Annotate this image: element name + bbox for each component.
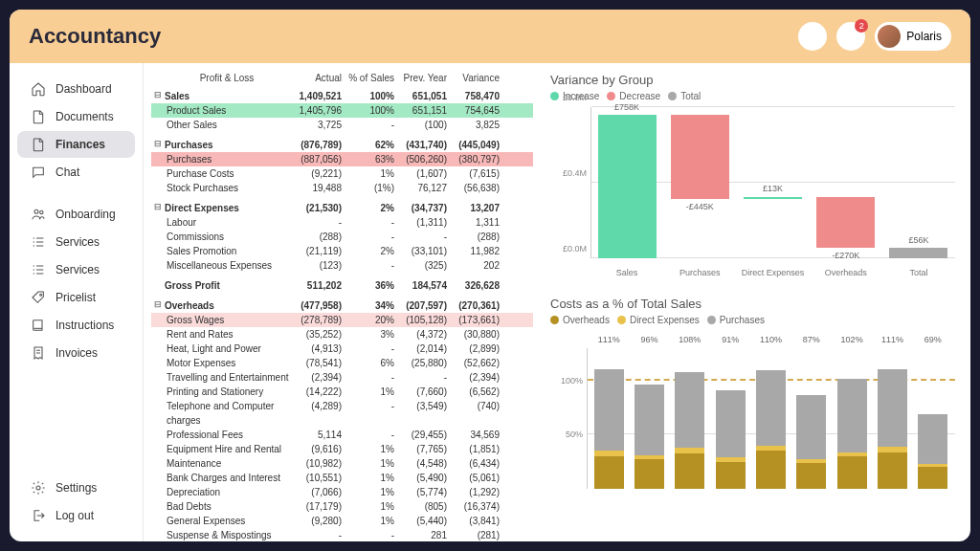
expand-icon [151,385,165,399]
pl-row: Depreciation (7,066) 1% (5,774) (1,292) [151,485,533,499]
cell-actual: (9,221) [289,166,342,181]
cell-actual: (477,958) [289,298,342,313]
cell-prev: 281 [394,528,447,541]
wf-bar [889,248,947,258]
nav-label: Log out [56,509,94,522]
home-icon [31,81,46,97]
wf-x-label: Total [882,268,955,277]
nav-chat[interactable]: Chat [17,159,135,186]
cell-var: (1,851) [447,442,500,456]
pl-row: Labour - - (1,311) 1,311 [151,215,533,230]
pl-body: ⊟ Sales 1,409,521 100% 651,051 758,470 P… [151,89,533,541]
nav-services[interactable]: Services [17,256,135,283]
st-total-label: 111% [876,335,908,344]
row-name: Depreciation [165,485,289,499]
y-tick: £0.8M [550,93,587,102]
cell-prev: - [394,230,447,244]
body: DashboardDocumentsFinancesChatOnboarding… [10,63,970,541]
wf-bar-label: £758K [590,102,663,112]
user-menu[interactable]: Polaris [875,22,951,51]
wf-x-label: Sales [590,268,663,277]
nav-invoices[interactable]: Invoices [17,340,135,366]
cell-pct: 2% [342,244,394,258]
cell-actual: 511,202 [289,278,342,293]
pl-row: Rent and Rates (35,252) 3% (4,372) (30,8… [151,327,533,342]
sidebar-main: DashboardDocumentsFinancesChatOnboarding… [10,75,143,474]
cell-var: (740) [447,399,500,428]
expand-icon[interactable]: ⊟ [151,298,165,313]
st-segment [756,370,786,446]
st-segment [918,467,947,489]
pl-row: Heat, Light and Power (4,913) - (2,014) … [151,342,533,356]
users-icon [31,207,46,222]
add-button[interactable] [798,22,827,51]
expand-icon[interactable]: ⊟ [151,138,165,152]
wf-bar-label: -£270K [810,251,882,260]
cell-prev: (5,490) [394,471,447,485]
cell-prev: (506,260) [394,152,447,166]
nav-log-out[interactable]: Log out [17,502,135,529]
nav-services[interactable]: Services [17,229,135,255]
row-name: Direct Expenses [165,201,289,215]
st-segment [675,448,704,453]
cell-var: (7,615) [447,166,500,181]
pl-row: Bank Charges and Interest (10,551) 1% (5… [151,471,533,485]
st-segment [756,451,786,489]
nav-settings[interactable]: Settings [17,474,135,501]
cell-prev: 651,051 [394,89,447,103]
notifications-button[interactable]: 2 [836,22,865,51]
nav-dashboard[interactable]: Dashboard [17,76,135,102]
nav-finances[interactable]: Finances [17,131,135,158]
cell-actual: (278,789) [289,313,342,327]
cell-var: (2,394) [447,370,500,385]
pl-row: Product Sales 1,405,796 100% 651,151 754… [151,103,533,118]
nav-documents[interactable]: Documents [17,103,135,130]
header-actions: 2 Polaris [798,22,951,51]
nav-instructions[interactable]: Instructions [17,312,135,339]
nav-onboarding[interactable]: Onboarding [17,201,135,228]
cell-pct: - [342,230,394,244]
expand-icon [151,356,165,370]
cell-prev: 76,127 [394,181,447,195]
pl-row: Professional Fees 5,114 - (29,455) 34,56… [151,428,533,442]
pl-row: ⊟ Direct Expenses (21,530) 2% (34,737) 1… [151,201,533,215]
col-var: Variance [447,73,500,83]
row-name: Telephone and Computer charges [165,399,289,428]
expand-icon[interactable]: ⊟ [151,89,165,103]
pl-row: ⊟ Overheads (477,958) 34% (207,597) (270… [151,298,533,313]
expand-icon[interactable]: ⊟ [151,201,165,215]
st-segment [756,446,786,452]
st-segment [675,372,704,448]
nav-pricelist[interactable]: Pricelist [17,284,135,311]
brand: Accountancy [29,24,161,49]
cell-prev: 651,151 [394,103,447,118]
cell-actual: - [289,215,342,230]
st-segment [716,462,746,489]
legend-item: Total [668,91,701,101]
st-segment [918,464,947,467]
row-name: Overheads [165,298,289,313]
cell-prev: (105,128) [394,313,447,327]
pl-row: Equipment Hire and Rental (9,616) 1% (7,… [151,442,533,456]
expand-icon [151,103,165,118]
cell-pct: - [342,118,394,132]
cell-pct: 1% [342,514,394,528]
st-segment [594,451,624,456]
cell-prev: - [394,370,447,385]
cell-pct: 1% [342,499,394,514]
cell-pct: - [342,399,394,428]
y-tick: £0.0M [550,244,587,253]
cell-prev: (100) [394,118,447,132]
expand-icon [151,118,165,132]
cell-actual: (123) [289,258,342,273]
cell-var: 202 [447,258,500,273]
cell-pct: 100% [342,103,394,118]
pl-row: Gross Wages (278,789) 20% (105,128) (173… [151,313,533,327]
col-prev: Prev. Year [394,73,447,83]
legend-item: Direct Expenses [617,315,700,325]
tag-icon [31,290,46,305]
wf-bar-label: £56K [882,235,955,245]
row-name: Product Sales [165,103,289,118]
app-window: Accountancy 2 Polaris DashboardDocuments… [10,10,970,541]
svg-point-0 [34,209,38,213]
